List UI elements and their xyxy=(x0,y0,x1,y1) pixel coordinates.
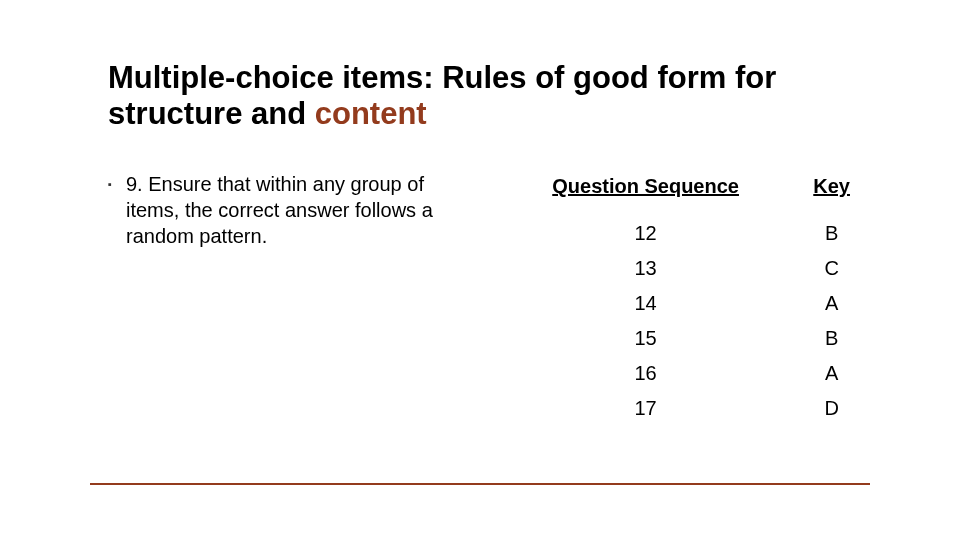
cell-k: B xyxy=(793,321,870,356)
bottom-divider xyxy=(90,483,870,485)
table-row: 13 C xyxy=(498,251,870,286)
bullet-square-icon: ▪ xyxy=(108,171,126,197)
cell-q: 17 xyxy=(498,391,793,426)
table-row: 14 A xyxy=(498,286,870,321)
table-row: 15 B xyxy=(498,321,870,356)
cell-q: 12 xyxy=(498,216,793,251)
title-line-1: Multiple-choice items: Rules of good for… xyxy=(108,60,776,95)
cell-q: 16 xyxy=(498,356,793,391)
answer-key-table: Question Sequence Key 12 B 13 C 14 xyxy=(498,171,870,426)
bullet-item: ▪ 9. Ensure that within any group of ite… xyxy=(108,171,478,249)
right-column: Question Sequence Key 12 B 13 C 14 xyxy=(498,171,870,426)
cell-q: 14 xyxy=(498,286,793,321)
slide: Multiple-choice items: Rules of good for… xyxy=(0,0,960,540)
table-header-row: Question Sequence Key xyxy=(498,171,870,216)
title-line-2a: structure and xyxy=(108,96,315,131)
col-header-question-sequence: Question Sequence xyxy=(498,171,793,216)
table-row: 17 D xyxy=(498,391,870,426)
table-row: 16 A xyxy=(498,356,870,391)
col-header-key: Key xyxy=(793,171,870,216)
table-row: 12 B xyxy=(498,216,870,251)
cell-k: A xyxy=(793,356,870,391)
cell-q: 15 xyxy=(498,321,793,356)
cell-k: A xyxy=(793,286,870,321)
cell-q: 13 xyxy=(498,251,793,286)
cell-k: C xyxy=(793,251,870,286)
slide-body: ▪ 9. Ensure that within any group of ite… xyxy=(108,171,870,426)
cell-k: D xyxy=(793,391,870,426)
slide-title: Multiple-choice items: Rules of good for… xyxy=(108,60,870,131)
left-column: ▪ 9. Ensure that within any group of ite… xyxy=(108,171,498,249)
title-accent-word: content xyxy=(315,96,427,131)
cell-k: B xyxy=(793,216,870,251)
bullet-text: 9. Ensure that within any group of items… xyxy=(126,171,478,249)
